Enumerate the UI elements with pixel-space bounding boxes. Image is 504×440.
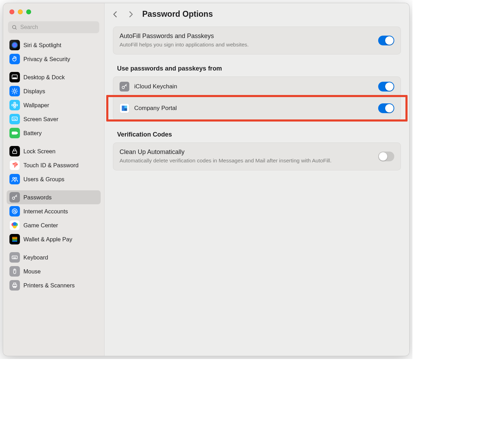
svg-point-18 xyxy=(16,104,17,106)
sidebar-item-game-center[interactable]: Game Center xyxy=(7,218,101,232)
sidebar-item-label: Mouse xyxy=(23,268,41,275)
verification-desc: Automatically delete verification codes … xyxy=(120,157,373,164)
flower-icon xyxy=(9,100,20,110)
autofill-card: AutoFill Passwords and Passkeys AutoFill… xyxy=(113,27,401,54)
sidebar-item-label: Users & Groups xyxy=(23,176,64,183)
sidebar-item-users-groups[interactable]: Users & Groups xyxy=(7,172,101,186)
main-panel: Password Options AutoFill Passwords and … xyxy=(105,3,409,356)
svg-rect-35 xyxy=(12,256,17,259)
sidebar-item-label: Keyboard xyxy=(23,254,48,261)
svg-line-10 xyxy=(13,89,13,90)
sidebar-item-label: Touch ID & Password xyxy=(23,162,79,169)
source-row-icloud-keychain: iCloud Keychain xyxy=(113,77,401,96)
sidebar-item-label: Game Center xyxy=(23,222,58,229)
source-label: iCloud Keychain xyxy=(134,83,373,90)
svg-point-16 xyxy=(14,106,16,108)
wallet-icon xyxy=(9,234,20,244)
settings-window: Siri & SpotlightPrivacy & SecurityDeskto… xyxy=(3,3,410,356)
dock-icon xyxy=(9,72,20,82)
sidebar-item-label: Passwords xyxy=(23,194,52,201)
sidebar-item-label: Desktop & Dock xyxy=(23,74,65,81)
sidebar: Siri & SpotlightPrivacy & SecurityDeskto… xyxy=(3,3,105,356)
sidebar-item-label: Battery xyxy=(23,130,42,137)
autofill-toggle[interactable] xyxy=(378,36,394,45)
svg-rect-4 xyxy=(13,78,16,79)
sidebar-item-passwords[interactable]: Passwords xyxy=(7,190,101,204)
hand-icon xyxy=(9,54,20,64)
svg-line-12 xyxy=(13,93,13,94)
source-toggle-company-portal[interactable] xyxy=(378,103,394,113)
lock-icon xyxy=(9,146,20,156)
back-button[interactable] xyxy=(111,10,119,19)
sidebar-nav: Siri & SpotlightPrivacy & SecurityDeskto… xyxy=(3,37,104,356)
svg-point-0 xyxy=(13,25,16,28)
portal-icon xyxy=(120,103,129,113)
battery-icon xyxy=(9,128,20,138)
svg-point-24 xyxy=(15,177,17,179)
sidebar-item-wallpaper[interactable]: Wallpaper xyxy=(7,98,101,112)
page-title: Password Options xyxy=(142,9,213,19)
search-field[interactable] xyxy=(8,21,99,33)
sidebar-item-screen-saver[interactable]: Screen Saver xyxy=(7,112,101,126)
svg-point-23 xyxy=(13,177,14,179)
siri-icon xyxy=(9,40,20,50)
highlight-box: Company Portal xyxy=(106,95,408,122)
svg-rect-32 xyxy=(12,238,17,239)
users-icon xyxy=(9,174,20,184)
sidebar-item-privacy-security[interactable]: Privacy & Security xyxy=(7,52,101,66)
toolbar: Password Options xyxy=(105,3,409,23)
forward-button[interactable] xyxy=(127,10,135,19)
sidebar-item-displays[interactable]: Displays xyxy=(7,84,101,98)
source-row-company-portal: Company Portal xyxy=(108,97,405,119)
svg-rect-46 xyxy=(122,105,125,111)
svg-rect-31 xyxy=(12,237,17,238)
search-icon xyxy=(12,24,17,30)
sidebar-item-label: Privacy & Security xyxy=(23,56,70,63)
sidebar-item-lock-screen[interactable]: Lock Screen xyxy=(7,144,101,158)
close-window-button[interactable] xyxy=(9,9,14,14)
autofill-title: AutoFill Passwords and Passkeys xyxy=(120,32,373,40)
sun-icon xyxy=(9,86,20,96)
fullscreen-window-button[interactable] xyxy=(26,9,31,14)
svg-point-17 xyxy=(12,104,14,106)
verification-card: Clean Up Automatically Automatically del… xyxy=(113,142,401,170)
sidebar-item-label: Screen Saver xyxy=(23,116,58,123)
key-icon xyxy=(120,82,129,91)
gamecenter-icon xyxy=(9,220,20,230)
search-input[interactable] xyxy=(20,24,96,30)
svg-rect-48 xyxy=(124,108,127,111)
sidebar-item-mouse[interactable]: Mouse xyxy=(7,264,101,278)
minimize-window-button[interactable] xyxy=(18,9,23,14)
sources-heading: Use passwords and passkeys from xyxy=(117,65,399,72)
window-controls xyxy=(3,7,104,17)
source-label: Company Portal xyxy=(134,105,373,112)
sidebar-item-keyboard[interactable]: Keyboard xyxy=(7,250,101,264)
sidebar-item-wallet-apple-pay[interactable]: Wallet & Apple Pay xyxy=(7,232,101,246)
autofill-desc: AutoFill helps you sign into application… xyxy=(120,41,373,49)
sidebar-item-printers-scanners[interactable]: Printers & Scanners xyxy=(7,278,101,292)
sources-list: iCloud KeychainCompany Portal xyxy=(113,76,401,120)
sidebar-item-desktop-dock[interactable]: Desktop & Dock xyxy=(7,70,101,84)
verification-toggle[interactable] xyxy=(378,152,394,161)
sidebar-item-label: Internet Accounts xyxy=(23,208,68,215)
sidebar-item-internet-accounts[interactable]: Internet Accounts xyxy=(7,204,101,218)
screensaver-icon xyxy=(9,114,20,124)
svg-point-30 xyxy=(13,222,17,226)
sidebar-item-battery[interactable]: Battery xyxy=(7,126,101,140)
sidebar-item-touch-id-password[interactable]: Touch ID & Password xyxy=(7,158,101,172)
verification-title: Clean Up Automatically xyxy=(120,148,373,156)
svg-rect-34 xyxy=(12,241,17,242)
svg-rect-47 xyxy=(124,105,127,108)
source-toggle-icloud-keychain[interactable] xyxy=(378,82,394,91)
svg-point-14 xyxy=(14,104,16,106)
svg-line-1 xyxy=(15,28,16,29)
svg-rect-21 xyxy=(17,132,18,133)
sidebar-item-siri-spotlight[interactable]: Siri & Spotlight xyxy=(7,38,101,52)
svg-rect-22 xyxy=(13,151,17,154)
sidebar-item-label: Wallet & Apple Pay xyxy=(23,236,72,243)
verification-heading: Verification Codes xyxy=(117,131,399,138)
sidebar-item-label: Siri & Spotlight xyxy=(23,42,61,49)
keyboard-icon xyxy=(9,252,20,263)
svg-rect-43 xyxy=(14,283,16,284)
sidebar-item-label: Printers & Scanners xyxy=(23,282,75,289)
